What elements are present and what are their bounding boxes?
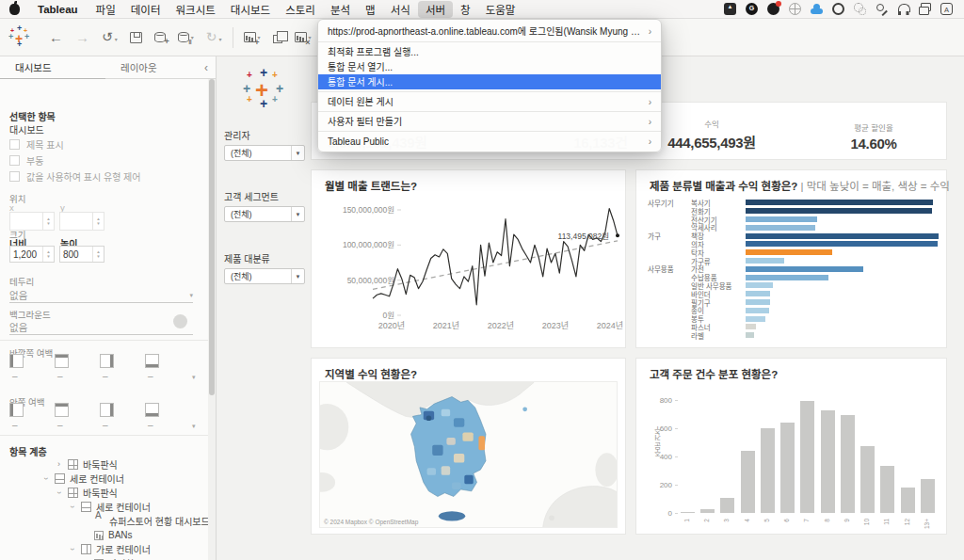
checkbox[interactable] [9,171,20,182]
position-y-stepper[interactable]: ▲▼ [59,212,104,231]
width-input[interactable] [10,247,42,262]
height-input[interactable] [60,247,92,262]
save-icon[interactable] [128,30,144,45]
histogram-bar[interactable] [821,410,835,513]
bar-mark[interactable] [746,308,769,313]
cloud-sync-icon[interactable] [811,3,823,15]
bar-mark[interactable] [746,241,938,247]
background-dropdown[interactable]: 없음 [9,320,193,335]
key-icon[interactable] [876,3,888,15]
menubar-item[interactable]: 데이터 [123,1,169,18]
menubar-item[interactable]: 스토리 [278,1,323,18]
outer-margin-right-value[interactable]: – [103,371,108,381]
hierarchy-item[interactable]: ›세로 컨테이너 [41,472,124,486]
server-menu-item[interactable]: 통합 문서 게시... [318,74,661,89]
tab-dashboard[interactable]: 대시보드 [0,56,105,79]
hierarchy-item[interactable]: 라인차트 [81,556,143,560]
histogram-plot[interactable] [678,387,938,513]
border-dropdown[interactable]: 없음 ▾ [9,288,193,303]
outer-margin-bottom-value[interactable]: – [148,371,153,381]
bar-mark[interactable] [746,233,939,239]
chat-badge-icon[interactable] [767,3,779,15]
stepper-arrows-icon[interactable]: ▲▼ [42,247,54,262]
chevron-down-icon[interactable]: ▾ [192,374,196,381]
tree-chevron-icon[interactable]: › [41,474,50,483]
globe-icon[interactable] [789,3,801,15]
tree-chevron-icon[interactable]: › [68,545,76,553]
region-mark[interactable] [442,409,450,417]
menubar-item[interactable]: 창 [453,1,478,18]
headphones-icon[interactable] [897,3,909,15]
bar-mark[interactable] [746,200,933,205]
duplicate-icon[interactable] [271,29,284,45]
tree-chevron-icon[interactable]: › [55,488,63,497]
korea-choropleth-map[interactable] [320,382,618,528]
back-icon[interactable] [47,28,65,46]
filter-dropdown[interactable]: (전체)▼ [224,206,305,222]
bar-mark[interactable] [746,258,784,264]
region-mark[interactable] [452,482,460,489]
add-datasource-icon[interactable] [153,30,168,44]
histogram-bar[interactable] [741,451,755,513]
server-menu-item[interactable]: 사용자 필터 만들기› [318,114,661,129]
histogram-bar[interactable] [901,488,915,513]
server-menu-item[interactable]: 데이터 원본 게시› [318,94,661,109]
tab-layout[interactable]: 레이아웃 [105,56,198,79]
chevron-down-icon[interactable]: ▾ [192,423,196,430]
bar-mark[interactable] [746,225,815,231]
new-worksheet-icon[interactable]: ▾ [242,30,263,44]
ulleungdo-mark[interactable] [522,407,527,411]
filter-dropdown[interactable]: (전체)▼ [224,268,305,284]
region-mark[interactable] [454,418,464,426]
width-stepper[interactable]: ▲▼ [9,246,55,263]
region-mark[interactable] [462,432,473,440]
bar-mark[interactable] [746,208,932,214]
menubar-item[interactable]: 서버 [418,1,453,18]
panel-scrollbar[interactable] [208,79,216,560]
bar-mark[interactable] [746,299,770,305]
server-menu-item[interactable]: 통합 문서 열기... [318,59,661,74]
menubar-item[interactable]: 맵 [358,1,383,18]
histogram-bar[interactable] [720,498,734,513]
sales-line[interactable] [373,209,618,305]
g-circle-icon[interactable] [746,3,758,15]
hierarchy-item[interactable]: 슈퍼스토어 현황 대시보드 [81,514,208,528]
region-mark[interactable] [427,468,436,475]
bar-mark[interactable] [746,316,765,322]
hierarchy-item[interactable]: ›가로 컨테이너 [68,542,151,556]
inner-margin-left-value[interactable]: – [12,420,18,430]
histogram-bar[interactable] [880,466,894,513]
windows-stack-icon[interactable] [919,3,931,15]
region-mark[interactable] [478,436,485,450]
jeju-mark[interactable] [439,511,465,520]
outer-margin-left-value[interactable]: – [12,371,18,381]
height-stepper[interactable]: ▲▼ [59,246,104,263]
menubar-item[interactable]: 대시보드 [223,1,278,18]
position-y-input[interactable] [60,213,92,230]
server-menu-item[interactable]: Tableau Public› [318,134,661,149]
pause-datasource-icon[interactable]: ▾ [176,30,196,44]
bar-mark[interactable] [746,275,828,280]
checkbox[interactable] [9,155,20,166]
filter-dropdown[interactable]: (전체)▼ [224,145,305,161]
hierarchy-item[interactable]: BANs [81,528,133,542]
checkbox[interactable] [9,139,20,150]
histogram-bar[interactable] [761,428,775,513]
last-point-mark[interactable] [616,233,619,237]
bar-mark[interactable] [746,291,770,296]
collapse-panel-icon[interactable]: ‹ [204,56,208,79]
background-color-swatch[interactable] [173,314,187,328]
stepper-arrows-icon[interactable]: ▲▼ [92,213,104,230]
region-mark[interactable] [432,445,442,456]
outer-margin-top-value[interactable]: – [57,371,63,381]
server-menu-item[interactable]: 최적화 프로그램 실행... [318,44,661,59]
histogram-bar[interactable] [681,512,695,513]
hierarchy-item[interactable]: ›세로 컨테이너 [68,500,151,514]
histogram-bar[interactable] [860,446,875,513]
bar-chart-plot[interactable]: 사무기기복사기전화기전산기기악세사리가구책장의자탁자가구류사무용품가전수납용품일… [648,199,939,340]
region-mark[interactable] [454,454,464,462]
histogram-bar[interactable] [700,509,715,514]
gears-icon[interactable] [854,3,866,15]
region-mark[interactable] [426,415,432,421]
histogram-bar[interactable] [800,401,814,513]
